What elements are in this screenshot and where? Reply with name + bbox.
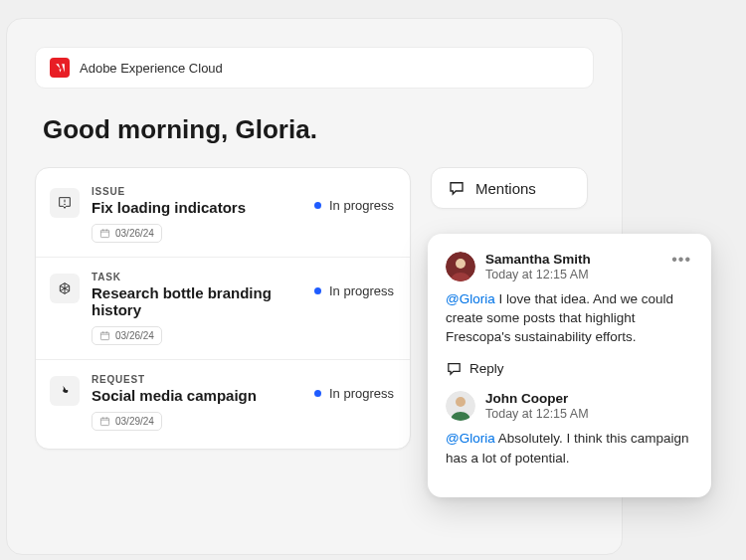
svg-point-21 [456,397,466,407]
work-item-request[interactable]: REQUEST Social media campaign 03/29/24 I… [36,360,410,445]
post-meta: John Cooper Today at 12:15 AM [485,391,693,421]
post-author: Samantha Smith [485,252,659,267]
mentions-label: Mentions [475,180,536,197]
post-author: John Cooper [485,391,693,406]
status-dot-icon [314,202,321,209]
adobe-logo-icon [50,58,70,78]
request-icon [50,376,80,406]
work-item-type: REQUEST [92,374,302,385]
mention-tag[interactable]: @Gloria [446,291,495,306]
mention-post: John Cooper Today at 12:15 AM @Gloria Ab… [446,391,693,467]
work-item-status: In progress [314,386,394,401]
work-item-status: In progress [314,198,394,213]
work-item-status: In progress [314,283,394,298]
work-item-task[interactable]: TASK Research bottle branding history 03… [36,258,410,360]
reply-icon [446,360,463,377]
date-chip: 03/26/24 [92,326,162,345]
date-chip: 03/26/24 [92,224,162,243]
work-item-body: TASK Research bottle branding history 03… [92,272,302,345]
date-chip: 03/29/24 [92,412,162,431]
work-item-title: Social media campaign [92,387,302,404]
calendar-icon [99,228,110,239]
mentions-popover: Samantha Smith Today at 12:15 AM ••• @Gl… [428,234,711,497]
work-item-body: REQUEST Social media campaign 03/29/24 [92,374,302,431]
chat-icon [448,179,466,197]
status-text: In progress [329,283,394,298]
work-item-date: 03/26/24 [115,330,154,341]
issue-icon [50,188,80,218]
reply-button[interactable]: Reply [446,358,504,379]
post-body: @Gloria I love that idea. And we could c… [446,289,693,346]
mention-tag[interactable]: @Gloria [446,431,495,446]
status-text: In progress [329,386,394,401]
post-meta: Samantha Smith Today at 12:15 AM [485,252,659,281]
mentions-card[interactable]: Mentions [431,167,588,209]
svg-rect-10 [100,332,108,339]
work-item-date: 03/26/24 [115,228,154,239]
svg-point-19 [456,259,466,269]
post-head: John Cooper Today at 12:15 AM [446,391,693,421]
svg-point-1 [65,204,66,205]
avatar [446,252,475,281]
mention-post: Samantha Smith Today at 12:15 AM ••• @Gl… [446,252,693,381]
post-body: @Gloria Absolutely. I think this campaig… [446,429,693,467]
avatar [446,391,475,421]
work-item-title: Research bottle branding history [92,284,302,318]
task-icon [50,274,80,303]
work-item-body: ISSUE Fix loading indicators 03/26/24 [92,186,302,243]
header-bar: Adobe Experience Cloud [35,47,594,89]
work-item-type: TASK [92,272,302,282]
page-greeting: Good morning, Gloria. [43,114,594,145]
reply-label: Reply [469,361,504,376]
work-item-date: 03/29/24 [115,416,154,427]
status-dot-icon [314,287,321,294]
post-time: Today at 12:15 AM [485,268,659,281]
work-item-issue[interactable]: ISSUE Fix loading indicators 03/26/24 In… [36,172,410,258]
work-item-title: Fix loading indicators [92,199,302,216]
work-list-card: ISSUE Fix loading indicators 03/26/24 In… [35,167,411,450]
calendar-icon [99,416,110,427]
calendar-icon [99,330,110,341]
post-time: Today at 12:15 AM [485,407,693,421]
status-text: In progress [329,198,394,213]
work-item-type: ISSUE [92,186,302,197]
brand-name: Adobe Experience Cloud [80,61,223,76]
more-icon[interactable]: ••• [669,252,693,268]
status-dot-icon [314,390,321,397]
svg-rect-2 [100,230,108,237]
svg-rect-14 [100,418,108,425]
post-head: Samantha Smith Today at 12:15 AM ••• [446,252,693,281]
